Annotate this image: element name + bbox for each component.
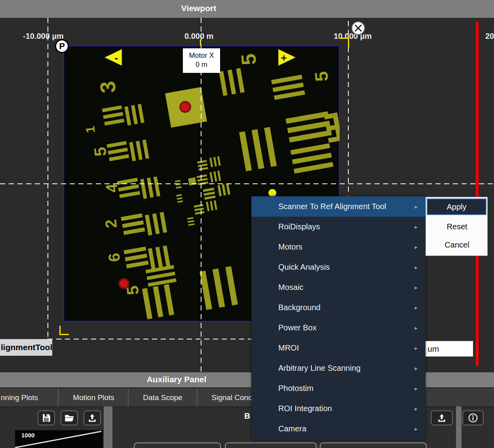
context-submenu: Apply Reset Cancel	[426, 197, 488, 256]
app-window: Viewport	[0, 0, 494, 448]
menu-item-photostim[interactable]: Photostim ▸	[251, 378, 426, 398]
submenu-arrow-icon: ▸	[414, 284, 418, 291]
menu-item-roi-integration[interactable]: ROI Integration ▸	[251, 398, 426, 419]
center-tick	[200, 40, 201, 45]
red-alignment-point[interactable]	[180, 102, 190, 112]
center-panel-title-partial: B	[244, 411, 250, 421]
upload-tray-icon	[437, 413, 447, 423]
export-button[interactable]	[84, 410, 101, 425]
menu-item-label: Scanner To Ref Alignment Tool	[278, 202, 386, 211]
viewport-title: Viewport	[0, 4, 397, 13]
partial-button-2[interactable]	[225, 442, 317, 448]
menu-item-label: Camera	[278, 424, 306, 433]
dashed-guide-center-horizontal	[0, 183, 494, 184]
left-arrow-icon	[104, 49, 122, 66]
tab-scanning-plots[interactable]: nning Plots	[0, 388, 59, 407]
x-marker[interactable]	[351, 21, 365, 37]
menu-item-quick-analysis[interactable]: Quick Analysis ▸	[251, 257, 426, 277]
submenu-arrow-icon: ▸	[414, 425, 418, 433]
menu-item-mosaic[interactable]: Mosaic ▸	[251, 277, 426, 297]
partial-button-3[interactable]	[320, 442, 427, 448]
scanfield-corner-bottom-left	[59, 326, 69, 335]
menu-item-label: Background	[278, 303, 321, 312]
menu-item-label: Power Box	[278, 323, 317, 332]
submenu-arrow-icon: ▸	[414, 345, 418, 352]
alignment-tool-label: lignmentTool	[1, 343, 52, 352]
scan-line-indicator	[476, 22, 479, 366]
info-button[interactable]	[462, 410, 484, 425]
motor-value: 0 m	[183, 60, 220, 69]
tab-label: nning Plots	[1, 393, 38, 402]
submenu-arrow-icon: ▸	[414, 244, 418, 251]
ruler-label-left: -10.000 µm	[23, 32, 64, 41]
menu-item-label: Motors	[278, 242, 302, 252]
menu-item-motors[interactable]: Motors ▸	[251, 237, 426, 257]
context-menu: Scanner To Ref Alignment Tool ▸ RoiDispl…	[251, 196, 426, 440]
p-marker-label: P	[59, 41, 65, 51]
menu-item-camera[interactable]: Camera ▸	[251, 419, 426, 439]
target-digit: 5	[237, 53, 260, 66]
submenu-arrow-icon: ▸	[414, 324, 418, 332]
jog-left-label: -	[114, 52, 118, 64]
motor-readout: Motor X 0 m	[183, 48, 220, 73]
yellow-alignment-point[interactable]	[268, 189, 276, 197]
submenu-arrow-icon: ▸	[414, 203, 418, 210]
target-digit: 3	[95, 80, 120, 94]
upload-button[interactable]	[431, 410, 453, 425]
submenu-item-cancel[interactable]: Cancel	[426, 236, 488, 254]
x-marker-icon	[351, 21, 365, 35]
tab-label: Data Scope	[143, 393, 182, 402]
ruler-label-far-right: 20	[485, 32, 494, 41]
menu-item-scanner-to-ref-alignment-tool[interactable]: Scanner To Ref Alignment Tool ▸	[251, 196, 426, 217]
submenu-item-label: Reset	[446, 222, 467, 231]
submenu-item-label: Cancel	[445, 240, 469, 250]
target-digit: 5	[91, 146, 110, 157]
menu-item-power-box[interactable]: Power Box ▸	[251, 318, 426, 338]
jog-left-button[interactable]: -	[104, 49, 123, 66]
alignment-tool-window-title: lignmentTool	[0, 339, 52, 356]
menu-item-roidisplays[interactable]: RoiDisplays ▸	[251, 217, 426, 237]
target-digit: 5	[311, 71, 332, 82]
submenu-item-apply[interactable]: Apply	[427, 198, 486, 215]
menu-item-label: ROI Integration	[278, 404, 332, 413]
menu-item-arbitrary-line-scanning[interactable]: Arbitrary Line Scanning ▸	[251, 358, 426, 378]
menu-item-label: Quick Analysis	[278, 263, 330, 272]
panel-splitter-right[interactable]	[456, 406, 462, 448]
tab-label: Motion Plots	[73, 393, 114, 402]
ruler-label-center: 0.000 m	[184, 32, 213, 41]
p-point-marker[interactable]: P	[55, 39, 69, 53]
scanfield-corner-top-right	[340, 38, 349, 47]
menu-item-label: Photostim	[278, 384, 314, 393]
menu-item-mroi[interactable]: MROI ▸	[251, 338, 426, 358]
target-digit: 4	[103, 183, 121, 193]
target-digit: 6	[105, 252, 123, 263]
scanning-plot-chart[interactable]: 1000	[15, 430, 103, 448]
info-icon	[468, 413, 478, 423]
units-field[interactable]: um	[426, 341, 473, 356]
jog-right-label: +	[281, 52, 287, 64]
jog-right-button[interactable]: +	[278, 49, 297, 66]
menu-item-label: RoiDisplays	[278, 222, 320, 231]
submenu-arrow-icon: ▸	[414, 405, 418, 412]
menu-item-background[interactable]: Background ▸	[251, 297, 426, 318]
y-axis-tick-label: 1000	[21, 432, 34, 438]
submenu-arrow-icon: ▸	[414, 223, 418, 231]
submenu-item-label: Apply	[446, 202, 466, 212]
tab-data-scope[interactable]: Data Scope	[129, 388, 198, 407]
submenu-item-reset[interactable]: Reset	[426, 218, 488, 235]
units-value: um	[428, 344, 439, 354]
submenu-arrow-icon: ▸	[414, 365, 418, 372]
upload-tray-icon	[87, 413, 97, 423]
red-alignment-point[interactable]	[119, 279, 129, 288]
submenu-arrow-icon: ▸	[414, 304, 418, 311]
partial-button-1[interactable]	[134, 442, 221, 448]
save-button[interactable]	[38, 410, 55, 425]
submenu-arrow-icon: ▸	[414, 385, 418, 392]
open-button[interactable]	[61, 410, 78, 425]
dashed-guide-left	[48, 18, 48, 341]
panel-splitter-left[interactable]	[104, 406, 112, 448]
tab-label: Signal Cond	[211, 393, 253, 402]
tab-motion-plots[interactable]: Motion Plots	[59, 388, 129, 407]
target-digit: 1	[83, 126, 97, 134]
floppy-save-icon	[41, 413, 51, 423]
